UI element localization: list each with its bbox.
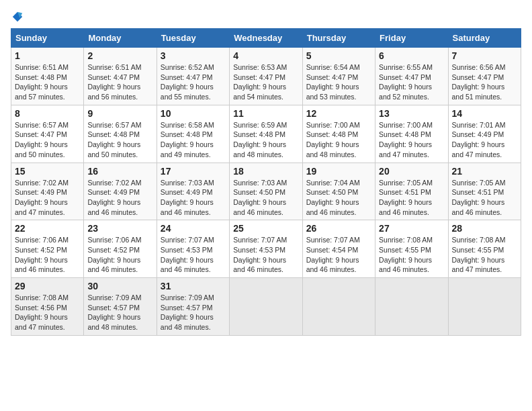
header-cell: Thursday	[302, 29, 375, 48]
day-number: 30	[87, 281, 152, 291]
day-number: 27	[379, 223, 444, 234]
header-cell: Tuesday	[157, 29, 229, 48]
calendar-cell: 16Sunrise: 7:02 AMSunset: 4:49 PMDayligh…	[84, 163, 157, 220]
day-number: 17	[161, 166, 226, 177]
day-number: 15	[15, 166, 80, 177]
day-info: Sunrise: 6:54 AMSunset: 4:47 PMDaylight:…	[306, 62, 371, 102]
calendar-cell: 21Sunrise: 7:05 AMSunset: 4:51 PMDayligh…	[448, 163, 521, 220]
calendar-week-row: 22Sunrise: 7:06 AMSunset: 4:52 PMDayligh…	[11, 220, 521, 278]
day-number: 10	[161, 108, 226, 119]
day-number: 13	[379, 108, 444, 119]
calendar-cell: 28Sunrise: 7:08 AMSunset: 4:55 PMDayligh…	[448, 220, 521, 278]
day-number: 21	[452, 166, 517, 177]
header-row: SundayMondayTuesdayWednesdayThursdayFrid…	[11, 29, 521, 48]
calendar-cell: 20Sunrise: 7:05 AMSunset: 4:51 PMDayligh…	[375, 163, 448, 220]
day-info: Sunrise: 6:59 AMSunset: 4:48 PMDaylight:…	[233, 120, 298, 160]
day-info: Sunrise: 6:58 AMSunset: 4:48 PMDaylight:…	[161, 120, 226, 160]
calendar-cell: 18Sunrise: 7:03 AMSunset: 4:50 PMDayligh…	[230, 163, 302, 220]
day-number: 7	[452, 50, 517, 61]
day-number: 31	[161, 281, 226, 291]
calendar-cell: 9Sunrise: 6:57 AMSunset: 4:48 PMDaylight…	[84, 105, 157, 163]
calendar-cell: 6Sunrise: 6:55 AMSunset: 4:47 PMDaylight…	[375, 48, 448, 105]
calendar-cell: 29Sunrise: 7:08 AMSunset: 4:56 PMDayligh…	[11, 278, 84, 336]
calendar-week-row: 15Sunrise: 7:02 AMSunset: 4:49 PMDayligh…	[11, 163, 521, 220]
day-info: Sunrise: 7:05 AMSunset: 4:51 PMDaylight:…	[452, 178, 517, 218]
calendar-cell: 23Sunrise: 7:06 AMSunset: 4:52 PMDayligh…	[84, 220, 157, 278]
header-cell: Wednesday	[230, 29, 302, 48]
day-info: Sunrise: 7:00 AMSunset: 4:48 PMDaylight:…	[379, 120, 444, 160]
calendar-week-row: 8Sunrise: 6:57 AMSunset: 4:47 PMDaylight…	[11, 105, 521, 163]
day-number: 20	[379, 166, 444, 177]
calendar-cell: 14Sunrise: 7:01 AMSunset: 4:49 PMDayligh…	[448, 105, 521, 163]
day-info: Sunrise: 7:07 AMSunset: 4:53 PMDaylight:…	[161, 235, 226, 275]
day-info: Sunrise: 7:07 AMSunset: 4:54 PMDaylight:…	[306, 235, 371, 275]
day-info: Sunrise: 7:09 AMSunset: 4:57 PMDaylight:…	[87, 293, 152, 332]
day-number: 25	[233, 223, 298, 234]
calendar-cell	[302, 278, 375, 336]
day-number: 3	[161, 50, 226, 61]
day-number: 1	[15, 50, 80, 61]
day-info: Sunrise: 6:57 AMSunset: 4:47 PMDaylight:…	[15, 120, 80, 160]
day-number: 9	[87, 108, 152, 119]
calendar-cell: 25Sunrise: 7:07 AMSunset: 4:53 PMDayligh…	[230, 220, 302, 278]
calendar-cell: 3Sunrise: 6:52 AMSunset: 4:47 PMDaylight…	[157, 48, 229, 105]
calendar-cell: 12Sunrise: 7:00 AMSunset: 4:48 PMDayligh…	[302, 105, 375, 163]
calendar-cell: 17Sunrise: 7:03 AMSunset: 4:49 PMDayligh…	[157, 163, 229, 220]
day-info: Sunrise: 7:02 AMSunset: 4:49 PMDaylight:…	[15, 178, 80, 218]
day-number: 23	[87, 223, 152, 234]
logo-icon	[11, 11, 24, 23]
day-number: 22	[15, 223, 80, 234]
day-info: Sunrise: 7:03 AMSunset: 4:49 PMDaylight:…	[161, 178, 226, 218]
calendar-cell: 5Sunrise: 6:54 AMSunset: 4:47 PMDaylight…	[302, 48, 375, 105]
header-cell: Monday	[84, 29, 157, 48]
day-number: 14	[452, 108, 517, 119]
day-number: 12	[306, 108, 371, 119]
header-cell: Friday	[375, 29, 448, 48]
calendar-cell: 27Sunrise: 7:08 AMSunset: 4:55 PMDayligh…	[375, 220, 448, 278]
calendar-week-row: 29Sunrise: 7:08 AMSunset: 4:56 PMDayligh…	[11, 278, 521, 336]
day-number: 4	[233, 50, 298, 61]
header-cell: Saturday	[448, 29, 521, 48]
calendar-cell: 15Sunrise: 7:02 AMSunset: 4:49 PMDayligh…	[11, 163, 84, 220]
day-number: 26	[306, 223, 371, 234]
day-number: 2	[87, 50, 152, 61]
calendar-cell: 26Sunrise: 7:07 AMSunset: 4:54 PMDayligh…	[302, 220, 375, 278]
day-info: Sunrise: 7:04 AMSunset: 4:50 PMDaylight:…	[306, 178, 371, 218]
day-number: 29	[15, 281, 80, 291]
page-header	[11, 11, 521, 23]
calendar-cell: 30Sunrise: 7:09 AMSunset: 4:57 PMDayligh…	[84, 278, 157, 336]
day-number: 18	[233, 166, 298, 177]
calendar-cell: 31Sunrise: 7:09 AMSunset: 4:57 PMDayligh…	[157, 278, 229, 336]
calendar-cell	[375, 278, 448, 336]
calendar-cell: 24Sunrise: 7:07 AMSunset: 4:53 PMDayligh…	[157, 220, 229, 278]
calendar-week-row: 1Sunrise: 6:51 AMSunset: 4:48 PMDaylight…	[11, 48, 521, 105]
day-info: Sunrise: 7:01 AMSunset: 4:49 PMDaylight:…	[452, 120, 517, 160]
day-info: Sunrise: 6:55 AMSunset: 4:47 PMDaylight:…	[379, 62, 444, 102]
day-info: Sunrise: 7:09 AMSunset: 4:57 PMDaylight:…	[161, 293, 226, 332]
day-info: Sunrise: 7:06 AMSunset: 4:52 PMDaylight:…	[15, 235, 80, 275]
day-info: Sunrise: 6:52 AMSunset: 4:47 PMDaylight:…	[161, 62, 226, 102]
calendar-cell: 7Sunrise: 6:56 AMSunset: 4:47 PMDaylight…	[448, 48, 521, 105]
day-info: Sunrise: 7:08 AMSunset: 4:55 PMDaylight:…	[379, 235, 444, 275]
day-number: 19	[306, 166, 371, 177]
day-info: Sunrise: 7:05 AMSunset: 4:51 PMDaylight:…	[379, 178, 444, 218]
calendar-cell: 22Sunrise: 7:06 AMSunset: 4:52 PMDayligh…	[11, 220, 84, 278]
day-info: Sunrise: 6:53 AMSunset: 4:47 PMDaylight:…	[233, 62, 298, 102]
header-cell: Sunday	[11, 29, 84, 48]
day-number: 24	[161, 223, 226, 234]
day-number: 5	[306, 50, 371, 61]
day-number: 6	[379, 50, 444, 61]
day-info: Sunrise: 6:51 AMSunset: 4:48 PMDaylight:…	[15, 62, 80, 102]
calendar-cell: 10Sunrise: 6:58 AMSunset: 4:48 PMDayligh…	[157, 105, 229, 163]
calendar-cell: 2Sunrise: 6:51 AMSunset: 4:47 PMDaylight…	[84, 48, 157, 105]
day-number: 28	[452, 223, 517, 234]
day-info: Sunrise: 6:56 AMSunset: 4:47 PMDaylight:…	[452, 62, 517, 102]
day-info: Sunrise: 6:51 AMSunset: 4:47 PMDaylight:…	[87, 62, 152, 102]
day-number: 8	[15, 108, 80, 119]
calendar-cell: 1Sunrise: 6:51 AMSunset: 4:48 PMDaylight…	[11, 48, 84, 105]
calendar-cell	[230, 278, 302, 336]
day-info: Sunrise: 7:07 AMSunset: 4:53 PMDaylight:…	[233, 235, 298, 275]
day-info: Sunrise: 7:03 AMSunset: 4:50 PMDaylight:…	[233, 178, 298, 218]
day-info: Sunrise: 7:02 AMSunset: 4:49 PMDaylight:…	[87, 178, 152, 218]
day-info: Sunrise: 7:08 AMSunset: 4:56 PMDaylight:…	[15, 293, 80, 332]
